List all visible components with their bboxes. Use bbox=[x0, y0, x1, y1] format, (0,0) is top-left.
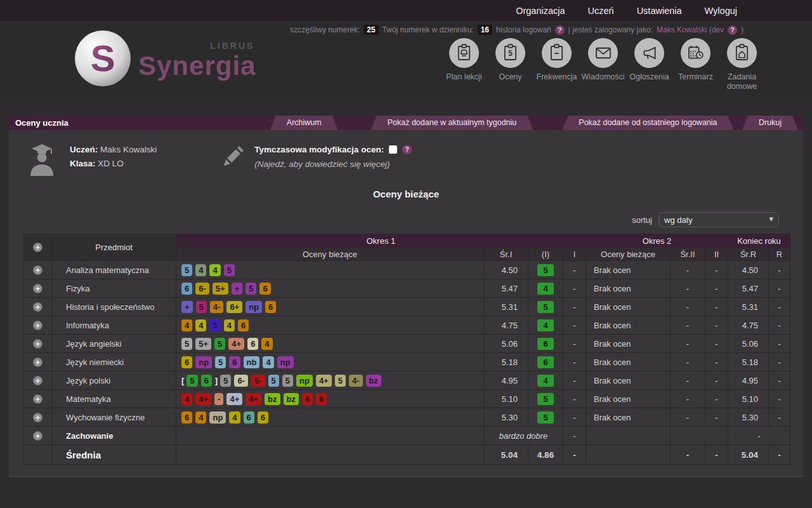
grade-chip[interactable]: 6 bbox=[244, 411, 254, 424]
tab-button-pokaz-logowanie[interactable]: Pokaż dodane od ostatniego logowania bbox=[562, 116, 733, 130]
help-icon[interactable]: ? bbox=[555, 25, 565, 35]
sort-select[interactable]: wg daty bbox=[658, 212, 779, 227]
grade-chip[interactable]: 4 bbox=[224, 319, 235, 331]
grade-chip[interactable]: 5- bbox=[251, 375, 265, 387]
grade-chip[interactable]: bz bbox=[284, 393, 299, 405]
tab-button-archiwum[interactable]: Archiwum bbox=[270, 116, 338, 130]
grade-chip[interactable]: np bbox=[246, 301, 262, 313]
grade-chip[interactable]: 5 bbox=[181, 338, 192, 350]
grade-chip[interactable]: 4+ bbox=[195, 393, 211, 405]
nav-item-frekwencja[interactable]: Frekwencja bbox=[534, 38, 580, 91]
grade-chip[interactable]: 4+ bbox=[316, 375, 332, 387]
grade-chip[interactable]: 6- bbox=[234, 375, 248, 387]
grade-chip[interactable]: 4+ bbox=[246, 393, 261, 405]
grade-chip[interactable]: np bbox=[209, 411, 226, 424]
menu-item-wyloguj[interactable]: Wyloguj bbox=[705, 6, 737, 16]
ii-value: - bbox=[705, 298, 728, 316]
expand-row-button[interactable]: + bbox=[33, 321, 43, 330]
grade-chip[interactable]: 5 bbox=[268, 375, 279, 387]
expand-row-button[interactable]: + bbox=[33, 302, 43, 312]
i-value: - bbox=[563, 335, 586, 353]
tab-button-drukuj[interactable]: Drukuj bbox=[742, 116, 798, 130]
grade-chip[interactable]: 5 bbox=[209, 319, 220, 331]
expand-row-button[interactable]: + bbox=[33, 431, 43, 441]
tab-button-pokaz-tydzien[interactable]: Pokaż dodane w aktualnym tygodniu bbox=[371, 116, 534, 130]
grade-chip[interactable]: 4+ bbox=[228, 338, 244, 350]
grade-chip[interactable]: 4 bbox=[195, 411, 206, 424]
logged-in-user[interactable]: Maks Kowalski (dev bbox=[657, 25, 724, 34]
grade-chip[interactable]: 5 bbox=[220, 375, 231, 387]
grade-chip[interactable]: np bbox=[277, 356, 294, 368]
header: szczęśliwy numerek: 25 Twój numerek w dz… bbox=[0, 21, 812, 102]
grade-chip[interactable]: 4 bbox=[229, 411, 240, 424]
tab-bar: Oceny ucznia ArchiwumPokaż dodane w aktu… bbox=[9, 116, 803, 130]
grade-chip[interactable]: 5 bbox=[181, 264, 192, 276]
expand-row-button[interactable]: + bbox=[33, 413, 43, 422]
menu-item-ustawienia[interactable]: Ustawienia bbox=[637, 6, 682, 16]
nav-item-zadania-domowe[interactable]: Zadania domowe bbox=[719, 38, 765, 91]
nav-item-oceny[interactable]: 5Oceny bbox=[487, 38, 534, 91]
grade-chip[interactable]: 4 bbox=[263, 356, 273, 368]
help-icon[interactable]: ? bbox=[728, 25, 737, 35]
expand-row-button[interactable]: + bbox=[33, 394, 43, 404]
grade-chip[interactable]: 5 bbox=[196, 301, 207, 313]
grade-chip[interactable]: 5 bbox=[187, 375, 197, 387]
grade-chip[interactable]: 5 bbox=[224, 264, 235, 276]
expand-row-button[interactable]: + bbox=[33, 284, 43, 293]
grade-chip[interactable]: 6 bbox=[229, 356, 240, 368]
grade-chip[interactable]: 4 bbox=[195, 264, 206, 276]
grade-chip[interactable]: + bbox=[232, 283, 243, 295]
grade-chip[interactable]: 6 bbox=[201, 375, 212, 387]
grade-chip[interactable]: np bbox=[195, 356, 212, 368]
menu-item-organizacja[interactable]: Organizacja bbox=[516, 6, 565, 16]
grade-chip[interactable]: 4 bbox=[209, 264, 220, 276]
login-history-link[interactable]: historia logowań bbox=[496, 25, 551, 34]
grade-chip[interactable]: 6 bbox=[258, 411, 268, 424]
nav-item-wiadomosci[interactable]: Wiadomości bbox=[580, 38, 626, 91]
grade-chip[interactable]: 5 bbox=[214, 338, 225, 350]
grade-chip[interactable]: 4+ bbox=[226, 393, 242, 405]
expand-row-button[interactable]: + bbox=[33, 358, 43, 367]
grade-chip[interactable]: 6 bbox=[247, 338, 258, 350]
grade-chip[interactable]: 5 bbox=[335, 375, 346, 387]
temp-grade-modify-checkbox[interactable] bbox=[389, 145, 397, 154]
grade-chip[interactable]: np bbox=[296, 375, 313, 387]
nav-item-ogloszenia[interactable]: Ogłoszenia bbox=[626, 38, 672, 91]
grade-chip[interactable]: bz bbox=[366, 375, 381, 387]
grade-chip[interactable]: 6+ bbox=[226, 301, 242, 313]
grade-chip[interactable]: 5+ bbox=[213, 283, 228, 295]
expand-row-button[interactable]: + bbox=[33, 376, 43, 385]
nav-item-terminarz[interactable]: Terminarz bbox=[672, 38, 719, 91]
grade-chip[interactable]: 5 bbox=[246, 283, 256, 295]
nav-item-plan-lekcji[interactable]: Plan lekcji bbox=[441, 38, 487, 91]
grade-chip[interactable]: + bbox=[181, 301, 193, 313]
grade-chip[interactable]: 5 bbox=[215, 356, 226, 368]
grade-chip[interactable]: 6 bbox=[181, 283, 192, 295]
grade-chip[interactable]: 6 bbox=[259, 283, 270, 295]
grade-chip[interactable]: 4 bbox=[261, 338, 272, 350]
grade-chip[interactable]: 4- bbox=[210, 301, 224, 313]
grade-chip[interactable]: 4 bbox=[195, 319, 206, 331]
grade-chip[interactable]: 6 bbox=[302, 393, 313, 405]
menu-item-uczen[interactable]: Uczeń bbox=[588, 6, 614, 16]
grade-chip[interactable]: 6 bbox=[265, 301, 276, 313]
help-icon[interactable]: ? bbox=[402, 145, 412, 154]
grade-chip[interactable]: 5+ bbox=[195, 338, 211, 350]
grade-chip[interactable]: nb bbox=[244, 356, 260, 368]
grade-chip[interactable]: 6 bbox=[181, 411, 192, 424]
grade-chip[interactable]: 6 bbox=[181, 356, 192, 368]
i-value: - bbox=[563, 390, 586, 408]
expand-row-button[interactable]: + bbox=[33, 265, 43, 275]
grade-chip[interactable]: 5 bbox=[282, 375, 293, 387]
grade-chip[interactable]: 4 bbox=[181, 393, 192, 405]
grade-chip[interactable]: 6 bbox=[316, 393, 327, 405]
grade-chip[interactable]: - bbox=[214, 393, 223, 405]
grade-chip[interactable]: 4 bbox=[181, 319, 192, 331]
grade-chip[interactable]: bz bbox=[265, 393, 280, 405]
expand-all-button[interactable]: + bbox=[33, 243, 43, 252]
grade-chip[interactable]: 6 bbox=[238, 319, 249, 331]
expand-cell: + bbox=[24, 427, 52, 445]
grade-chip[interactable]: 4- bbox=[349, 375, 363, 387]
expand-row-button[interactable]: + bbox=[33, 339, 43, 349]
grade-chip[interactable]: 6- bbox=[195, 283, 209, 295]
